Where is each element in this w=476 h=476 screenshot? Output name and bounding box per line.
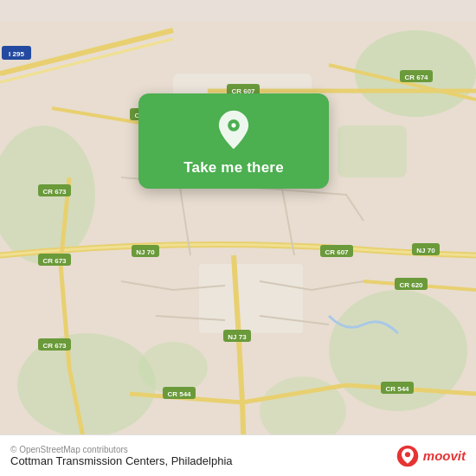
svg-text:CR 673: CR 673 [42, 342, 67, 350]
moovit-brand-icon [396, 444, 420, 468]
svg-text:NJ 70: NJ 70 [416, 247, 435, 254]
location-title: Cottman Transmission Centers, Philadelph… [10, 454, 233, 467]
bottom-bar: © OpenStreetMap contributors Cottman Tra… [0, 434, 476, 476]
moovit-logo: moovit [396, 444, 466, 468]
svg-text:CR 544: CR 544 [167, 390, 191, 398]
take-me-there-card[interactable]: Take me there [138, 93, 329, 189]
map-attribution: © OpenStreetMap contributors [10, 445, 233, 454]
map-svg: I 295 CR 607 CR 674 CR 616 CR 673 CR 673… [0, 0, 476, 476]
svg-text:CR 674: CR 674 [404, 74, 428, 81]
svg-text:NJ 70: NJ 70 [136, 248, 155, 256]
bottom-info: © OpenStreetMap contributors Cottman Tra… [10, 445, 233, 467]
svg-point-6 [138, 342, 208, 394]
svg-text:CR 620: CR 620 [399, 281, 423, 289]
svg-text:CR 673: CR 673 [42, 188, 67, 196]
take-me-there-label: Take me there [183, 159, 284, 177]
moovit-label: moovit [423, 448, 466, 463]
svg-point-3 [17, 333, 156, 437]
svg-point-41 [405, 452, 410, 457]
location-pin-icon [213, 109, 254, 151]
svg-rect-7 [338, 125, 407, 177]
svg-point-39 [231, 123, 235, 127]
svg-text:NJ 73: NJ 73 [228, 333, 247, 341]
svg-text:I 295: I 295 [9, 50, 24, 58]
svg-text:CR 673: CR 673 [42, 257, 67, 265]
svg-text:CR 544: CR 544 [385, 385, 409, 393]
svg-text:CR 607: CR 607 [325, 248, 349, 256]
map-container: I 295 CR 607 CR 674 CR 616 CR 673 CR 673… [0, 0, 476, 476]
svg-rect-9 [199, 264, 303, 333]
